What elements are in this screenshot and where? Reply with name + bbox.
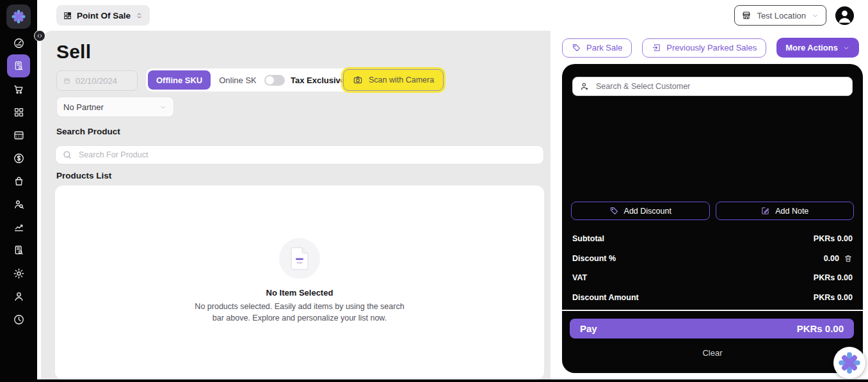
vat-value: PKRs 0.00: [814, 273, 853, 282]
edit-note-icon: [760, 206, 770, 216]
person-add-icon: [579, 81, 590, 92]
product-search: [55, 145, 544, 164]
product-search-input[interactable]: [55, 145, 544, 164]
sale-date-field[interactable]: [56, 70, 138, 91]
subtotal-row: Subtotal PKRs 0.00: [572, 229, 853, 249]
reports-icon: [13, 244, 25, 257]
settings-icon: [13, 267, 25, 280]
discount-percent-row: Discount % 0.00: [572, 249, 853, 269]
pay-label: Pay: [580, 323, 597, 334]
sidebar-item-bag[interactable]: [0, 170, 37, 193]
sku-mode-segmented-control: Offline SKU Online SKU: [146, 68, 273, 92]
tag-icon: [572, 43, 581, 52]
vat-label: VAT: [572, 273, 587, 282]
topbar: Point Of Sale Test Location: [37, 0, 868, 31]
sidebar-nav: [0, 31, 37, 331]
pay-button[interactable]: Pay PKRs 0.00: [570, 319, 854, 338]
previously-parked-sales-button[interactable]: Previously Parked Sales: [642, 38, 766, 58]
more-actions-button[interactable]: More Actions: [776, 38, 859, 58]
sell-panel: Sell Offline SKU Online SKU Tax Exclusiv…: [41, 31, 551, 379]
sidebar-item-dashboard[interactable]: [0, 31, 37, 54]
more-actions-label: More Actions: [785, 43, 838, 52]
sidebar-item-money[interactable]: [0, 147, 37, 170]
pay-section: Pay PKRs 0.00 Clear: [562, 310, 863, 358]
chevron-down-icon: [159, 103, 167, 111]
tag-icon: [609, 206, 619, 216]
subtotal-label: Subtotal: [572, 234, 604, 243]
cart-addon-buttons: Add Discount Add Note: [571, 202, 854, 220]
money-icon: [13, 152, 25, 164]
scan-with-camera-label: Scan with Camera: [369, 76, 434, 84]
pay-amount: PKRs 0.00: [797, 323, 844, 334]
products-list-card: No Item Selected No products selected. E…: [55, 186, 544, 379]
user-avatar[interactable]: [835, 6, 854, 25]
scan-with-camera-button[interactable]: Scan with Camera: [343, 69, 444, 91]
pos-grid-icon: [63, 11, 72, 20]
dashboard-icon: [13, 37, 25, 49]
tax-exclusive-control: Tax Exclusive: [256, 68, 353, 92]
add-note-label: Add Note: [775, 207, 808, 216]
discount-percent-label: Discount %: [572, 254, 616, 263]
empty-state-icon-circle: [279, 238, 320, 279]
calendar-icon: [63, 76, 70, 86]
sidebar-item-settings[interactable]: [0, 262, 37, 285]
document-icon: [290, 247, 309, 270]
customer-search-icon: [13, 198, 25, 211]
camera-icon: [353, 75, 363, 85]
subtotal-value: PKRs 0.00: [814, 234, 853, 243]
page-title: Sell: [56, 41, 91, 63]
search-product-label: Search Product: [56, 127, 120, 136]
sidebar-item-sell[interactable]: [0, 54, 37, 77]
products-list-label: Products List: [56, 171, 111, 180]
app-logo[interactable]: [6, 4, 31, 29]
store-icon: [741, 10, 751, 20]
app-menu-label: Point Of Sale: [77, 11, 131, 20]
sidebar-item-register[interactable]: [0, 123, 37, 147]
topbar-right-group: Test Location: [734, 5, 854, 26]
sidebar-item-cart[interactable]: [0, 77, 37, 100]
discount-amount-label: Discount Amount: [572, 293, 639, 302]
apps-icon: [13, 106, 25, 118]
app-menu-switcher[interactable]: Point Of Sale: [56, 5, 150, 26]
sidebar-item-profile[interactable]: [0, 285, 37, 308]
customer-search-input[interactable]: [572, 77, 853, 96]
sidebar-item-analytics[interactable]: [0, 216, 37, 239]
park-sale-label: Park Sale: [586, 43, 622, 52]
chevron-down-icon: [811, 12, 819, 20]
sidebar-item-apps[interactable]: [0, 100, 37, 123]
sidebar: [0, 0, 37, 382]
tax-exclusive-label: Tax Exclusive: [291, 76, 345, 85]
bag-icon: [13, 175, 25, 187]
park-sale-button[interactable]: Park Sale: [562, 38, 632, 58]
floating-brand-button[interactable]: [833, 347, 865, 379]
vat-row: VAT PKRs 0.00: [572, 268, 853, 288]
offline-sku-tab[interactable]: Offline SKU: [148, 70, 211, 90]
empty-state-description: No products selected. Easily add items b…: [194, 301, 405, 324]
sidebar-collapse-button[interactable]: [34, 30, 45, 42]
history-icon: [13, 314, 25, 326]
partner-dropdown[interactable]: No Partner: [56, 97, 174, 117]
sale-date-input[interactable]: [76, 76, 131, 86]
discount-amount-row: Discount Amount PKRs 0.00: [572, 288, 853, 308]
sidebar-item-reports[interactable]: [0, 239, 37, 262]
discount-percent-value: 0.00: [824, 254, 839, 263]
sidebar-item-history[interactable]: [0, 308, 37, 331]
chevron-down-icon: [842, 44, 850, 52]
clear-button[interactable]: Clear: [702, 348, 722, 358]
sell-icon: [13, 60, 25, 72]
trash-icon[interactable]: [844, 254, 853, 263]
search-icon: [62, 150, 72, 160]
profile-icon: [13, 290, 25, 303]
partner-dropdown-value: No Partner: [63, 102, 104, 112]
flower-logo-icon: [837, 351, 862, 375]
unpark-icon: [652, 43, 661, 52]
sidebar-item-customer-search[interactable]: [0, 193, 37, 216]
add-discount-button[interactable]: Add Discount: [571, 202, 710, 220]
tax-exclusive-toggle[interactable]: [264, 75, 285, 86]
cart-actions-row: Park Sale Previously Parked Sales More A…: [562, 38, 859, 58]
customer-search: [572, 77, 853, 96]
avatar-icon: [835, 6, 854, 25]
location-selector[interactable]: Test Location: [734, 5, 826, 26]
add-note-button[interactable]: Add Note: [716, 202, 855, 220]
analytics-icon: [13, 221, 25, 234]
